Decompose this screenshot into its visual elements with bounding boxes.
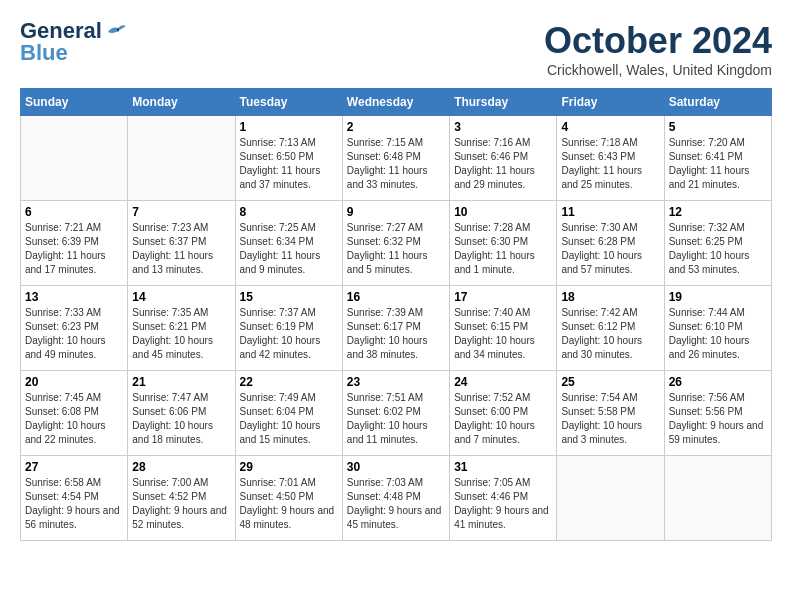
day-info: Sunrise: 7:39 AM Sunset: 6:17 PM Dayligh… xyxy=(347,306,445,362)
logo-text: General xyxy=(20,20,126,42)
title-block: October 2024 Crickhowell, Wales, United … xyxy=(544,20,772,78)
location-label: Crickhowell, Wales, United Kingdom xyxy=(544,62,772,78)
week-row-3: 13Sunrise: 7:33 AM Sunset: 6:23 PM Dayli… xyxy=(21,286,772,371)
weekday-header-wednesday: Wednesday xyxy=(342,89,449,116)
calendar-cell: 8Sunrise: 7:25 AM Sunset: 6:34 PM Daylig… xyxy=(235,201,342,286)
day-info: Sunrise: 7:15 AM Sunset: 6:48 PM Dayligh… xyxy=(347,136,445,192)
calendar-cell: 7Sunrise: 7:23 AM Sunset: 6:37 PM Daylig… xyxy=(128,201,235,286)
day-info: Sunrise: 7:44 AM Sunset: 6:10 PM Dayligh… xyxy=(669,306,767,362)
calendar-cell: 15Sunrise: 7:37 AM Sunset: 6:19 PM Dayli… xyxy=(235,286,342,371)
day-info: Sunrise: 7:16 AM Sunset: 6:46 PM Dayligh… xyxy=(454,136,552,192)
calendar-cell: 4Sunrise: 7:18 AM Sunset: 6:43 PM Daylig… xyxy=(557,116,664,201)
day-number: 5 xyxy=(669,120,767,134)
calendar-cell: 31Sunrise: 7:05 AM Sunset: 4:46 PM Dayli… xyxy=(450,456,557,541)
calendar-cell: 27Sunrise: 6:58 AM Sunset: 4:54 PM Dayli… xyxy=(21,456,128,541)
calendar-table: SundayMondayTuesdayWednesdayThursdayFrid… xyxy=(20,88,772,541)
day-info: Sunrise: 7:45 AM Sunset: 6:08 PM Dayligh… xyxy=(25,391,123,447)
day-info: Sunrise: 6:58 AM Sunset: 4:54 PM Dayligh… xyxy=(25,476,123,532)
week-row-5: 27Sunrise: 6:58 AM Sunset: 4:54 PM Dayli… xyxy=(21,456,772,541)
day-number: 14 xyxy=(132,290,230,304)
day-number: 20 xyxy=(25,375,123,389)
page-header: General Blue October 2024 Crickhowell, W… xyxy=(20,20,772,78)
day-info: Sunrise: 7:35 AM Sunset: 6:21 PM Dayligh… xyxy=(132,306,230,362)
calendar-cell: 9Sunrise: 7:27 AM Sunset: 6:32 PM Daylig… xyxy=(342,201,449,286)
day-number: 15 xyxy=(240,290,338,304)
weekday-header-sunday: Sunday xyxy=(21,89,128,116)
calendar-cell: 30Sunrise: 7:03 AM Sunset: 4:48 PM Dayli… xyxy=(342,456,449,541)
day-number: 19 xyxy=(669,290,767,304)
calendar-cell xyxy=(21,116,128,201)
day-number: 8 xyxy=(240,205,338,219)
calendar-cell: 1Sunrise: 7:13 AM Sunset: 6:50 PM Daylig… xyxy=(235,116,342,201)
weekday-header-tuesday: Tuesday xyxy=(235,89,342,116)
day-info: Sunrise: 7:54 AM Sunset: 5:58 PM Dayligh… xyxy=(561,391,659,447)
day-info: Sunrise: 7:18 AM Sunset: 6:43 PM Dayligh… xyxy=(561,136,659,192)
week-row-1: 1Sunrise: 7:13 AM Sunset: 6:50 PM Daylig… xyxy=(21,116,772,201)
day-info: Sunrise: 7:03 AM Sunset: 4:48 PM Dayligh… xyxy=(347,476,445,532)
day-info: Sunrise: 7:25 AM Sunset: 6:34 PM Dayligh… xyxy=(240,221,338,277)
weekday-header-row: SundayMondayTuesdayWednesdayThursdayFrid… xyxy=(21,89,772,116)
month-title: October 2024 xyxy=(544,20,772,62)
calendar-cell: 24Sunrise: 7:52 AM Sunset: 6:00 PM Dayli… xyxy=(450,371,557,456)
calendar-cell: 16Sunrise: 7:39 AM Sunset: 6:17 PM Dayli… xyxy=(342,286,449,371)
day-info: Sunrise: 7:52 AM Sunset: 6:00 PM Dayligh… xyxy=(454,391,552,447)
day-info: Sunrise: 7:23 AM Sunset: 6:37 PM Dayligh… xyxy=(132,221,230,277)
calendar-cell: 25Sunrise: 7:54 AM Sunset: 5:58 PM Dayli… xyxy=(557,371,664,456)
weekday-header-friday: Friday xyxy=(557,89,664,116)
day-info: Sunrise: 7:42 AM Sunset: 6:12 PM Dayligh… xyxy=(561,306,659,362)
calendar-cell: 23Sunrise: 7:51 AM Sunset: 6:02 PM Dayli… xyxy=(342,371,449,456)
day-number: 25 xyxy=(561,375,659,389)
calendar-cell: 21Sunrise: 7:47 AM Sunset: 6:06 PM Dayli… xyxy=(128,371,235,456)
day-number: 11 xyxy=(561,205,659,219)
day-info: Sunrise: 7:21 AM Sunset: 6:39 PM Dayligh… xyxy=(25,221,123,277)
day-number: 18 xyxy=(561,290,659,304)
calendar-cell xyxy=(557,456,664,541)
calendar-cell: 28Sunrise: 7:00 AM Sunset: 4:52 PM Dayli… xyxy=(128,456,235,541)
day-info: Sunrise: 7:13 AM Sunset: 6:50 PM Dayligh… xyxy=(240,136,338,192)
day-number: 30 xyxy=(347,460,445,474)
day-info: Sunrise: 7:49 AM Sunset: 6:04 PM Dayligh… xyxy=(240,391,338,447)
day-number: 23 xyxy=(347,375,445,389)
day-number: 22 xyxy=(240,375,338,389)
logo: General Blue xyxy=(20,20,126,64)
day-number: 2 xyxy=(347,120,445,134)
weekday-header-thursday: Thursday xyxy=(450,89,557,116)
day-number: 26 xyxy=(669,375,767,389)
day-number: 4 xyxy=(561,120,659,134)
day-number: 6 xyxy=(25,205,123,219)
day-number: 17 xyxy=(454,290,552,304)
week-row-2: 6Sunrise: 7:21 AM Sunset: 6:39 PM Daylig… xyxy=(21,201,772,286)
calendar-cell: 5Sunrise: 7:20 AM Sunset: 6:41 PM Daylig… xyxy=(664,116,771,201)
day-info: Sunrise: 7:20 AM Sunset: 6:41 PM Dayligh… xyxy=(669,136,767,192)
day-number: 3 xyxy=(454,120,552,134)
calendar-cell: 11Sunrise: 7:30 AM Sunset: 6:28 PM Dayli… xyxy=(557,201,664,286)
calendar-cell xyxy=(128,116,235,201)
day-info: Sunrise: 7:56 AM Sunset: 5:56 PM Dayligh… xyxy=(669,391,767,447)
day-number: 21 xyxy=(132,375,230,389)
calendar-cell: 29Sunrise: 7:01 AM Sunset: 4:50 PM Dayli… xyxy=(235,456,342,541)
calendar-cell: 18Sunrise: 7:42 AM Sunset: 6:12 PM Dayli… xyxy=(557,286,664,371)
day-number: 29 xyxy=(240,460,338,474)
calendar-cell: 12Sunrise: 7:32 AM Sunset: 6:25 PM Dayli… xyxy=(664,201,771,286)
calendar-cell: 6Sunrise: 7:21 AM Sunset: 6:39 PM Daylig… xyxy=(21,201,128,286)
day-info: Sunrise: 7:51 AM Sunset: 6:02 PM Dayligh… xyxy=(347,391,445,447)
day-number: 10 xyxy=(454,205,552,219)
calendar-cell: 14Sunrise: 7:35 AM Sunset: 6:21 PM Dayli… xyxy=(128,286,235,371)
calendar-cell: 19Sunrise: 7:44 AM Sunset: 6:10 PM Dayli… xyxy=(664,286,771,371)
calendar-cell: 2Sunrise: 7:15 AM Sunset: 6:48 PM Daylig… xyxy=(342,116,449,201)
calendar-cell: 13Sunrise: 7:33 AM Sunset: 6:23 PM Dayli… xyxy=(21,286,128,371)
day-number: 28 xyxy=(132,460,230,474)
week-row-4: 20Sunrise: 7:45 AM Sunset: 6:08 PM Dayli… xyxy=(21,371,772,456)
weekday-header-monday: Monday xyxy=(128,89,235,116)
day-number: 31 xyxy=(454,460,552,474)
day-info: Sunrise: 7:47 AM Sunset: 6:06 PM Dayligh… xyxy=(132,391,230,447)
day-number: 27 xyxy=(25,460,123,474)
calendar-cell: 26Sunrise: 7:56 AM Sunset: 5:56 PM Dayli… xyxy=(664,371,771,456)
day-info: Sunrise: 7:05 AM Sunset: 4:46 PM Dayligh… xyxy=(454,476,552,532)
day-number: 16 xyxy=(347,290,445,304)
calendar-cell: 17Sunrise: 7:40 AM Sunset: 6:15 PM Dayli… xyxy=(450,286,557,371)
calendar-cell: 20Sunrise: 7:45 AM Sunset: 6:08 PM Dayli… xyxy=(21,371,128,456)
day-number: 9 xyxy=(347,205,445,219)
day-info: Sunrise: 7:01 AM Sunset: 4:50 PM Dayligh… xyxy=(240,476,338,532)
day-info: Sunrise: 7:30 AM Sunset: 6:28 PM Dayligh… xyxy=(561,221,659,277)
